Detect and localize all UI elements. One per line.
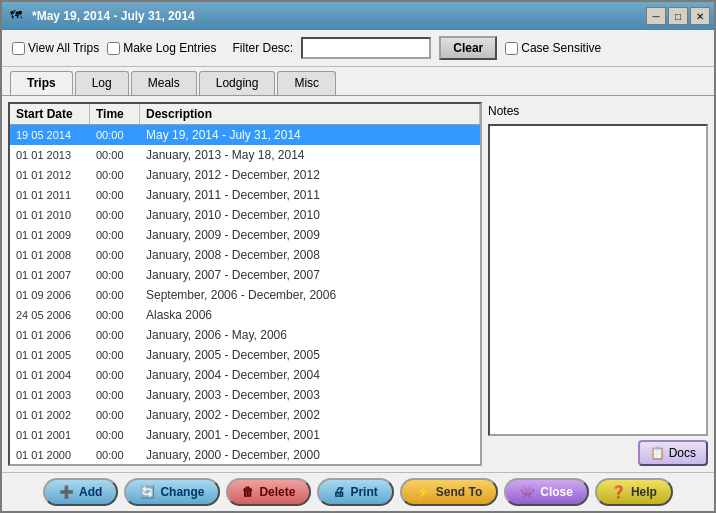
close-label: Close xyxy=(540,485,573,499)
cell-desc: Alaska 2006 xyxy=(140,307,480,323)
main-window: 🗺 *May 19, 2014 - July 31, 2014 ─ □ ✕ Vi… xyxy=(0,0,716,513)
maximize-button[interactable]: □ xyxy=(668,7,688,25)
main-content: Start Date Time Description 19 05 2014 0… xyxy=(2,96,714,472)
cell-desc: January, 2006 - May, 2006 xyxy=(140,327,480,343)
cell-time: 00:00 xyxy=(90,168,140,182)
cell-date: 01 01 2007 xyxy=(10,268,90,282)
sendto-button[interactable]: ⚡ Send To xyxy=(400,478,498,506)
cell-time: 00:00 xyxy=(90,428,140,442)
cell-date: 01 01 2011 xyxy=(10,188,90,202)
view-all-trips-group: View All Trips xyxy=(12,41,99,55)
cell-desc: January, 2008 - December, 2008 xyxy=(140,247,480,263)
table-row[interactable]: 01 01 2012 00:00 January, 2012 - Decembe… xyxy=(10,165,480,185)
table-row[interactable]: 01 01 2001 00:00 January, 2001 - Decembe… xyxy=(10,425,480,445)
trips-table: Start Date Time Description 19 05 2014 0… xyxy=(8,102,482,466)
table-row[interactable]: 01 01 2009 00:00 January, 2009 - Decembe… xyxy=(10,225,480,245)
cell-time: 00:00 xyxy=(90,148,140,162)
delete-icon: 🗑 xyxy=(242,485,254,499)
table-row[interactable]: 01 01 2002 00:00 January, 2002 - Decembe… xyxy=(10,405,480,425)
title-buttons: ─ □ ✕ xyxy=(646,7,710,25)
cell-date: 01 01 2005 xyxy=(10,348,90,362)
add-label: Add xyxy=(79,485,102,499)
cell-desc: January, 2009 - December, 2009 xyxy=(140,227,480,243)
cell-date: 01 01 2001 xyxy=(10,428,90,442)
case-sensitive-checkbox[interactable] xyxy=(505,42,518,55)
cell-date: 01 01 2003 xyxy=(10,388,90,402)
table-row[interactable]: 01 09 2006 00:00 September, 2006 - Decem… xyxy=(10,285,480,305)
app-icon: 🗺 xyxy=(10,8,26,24)
view-all-trips-label: View All Trips xyxy=(28,41,99,55)
notes-panel: Notes 📋 Docs xyxy=(488,102,708,466)
cell-time: 00:00 xyxy=(90,328,140,342)
cell-desc: January, 2013 - May 18, 2014 xyxy=(140,147,480,163)
tab-log[interactable]: Log xyxy=(75,71,129,95)
delete-button[interactable]: 🗑 Delete xyxy=(226,478,311,506)
help-button[interactable]: ❓ Help xyxy=(595,478,673,506)
table-header: Start Date Time Description xyxy=(10,104,480,125)
docs-button[interactable]: 📋 Docs xyxy=(638,440,708,466)
filter-desc-label: Filter Desc: xyxy=(233,41,294,55)
make-log-checkbox[interactable] xyxy=(107,42,120,55)
clear-button[interactable]: Clear xyxy=(439,36,497,60)
view-all-trips-checkbox[interactable] xyxy=(12,42,25,55)
cell-date: 01 01 2006 xyxy=(10,328,90,342)
help-label: Help xyxy=(631,485,657,499)
minimize-button[interactable]: ─ xyxy=(646,7,666,25)
tab-trips[interactable]: Trips xyxy=(10,71,73,95)
tab-misc[interactable]: Misc xyxy=(277,71,336,95)
cell-date: 19 05 2014 xyxy=(10,128,90,142)
cell-date: 01 01 2010 xyxy=(10,208,90,222)
case-sensitive-label: Case Sensitive xyxy=(521,41,601,55)
cell-date: 01 09 2006 xyxy=(10,288,90,302)
table-row[interactable]: 01 01 2007 00:00 January, 2007 - Decembe… xyxy=(10,265,480,285)
table-row[interactable]: 19 05 2014 00:00 May 19, 2014 - July 31,… xyxy=(10,125,480,145)
close-button[interactable]: 👾 Close xyxy=(504,478,589,506)
cell-date: 01 01 2002 xyxy=(10,408,90,422)
window-close-button[interactable]: ✕ xyxy=(690,7,710,25)
change-label: Change xyxy=(160,485,204,499)
cell-date: 01 01 2012 xyxy=(10,168,90,182)
sendto-icon: ⚡ xyxy=(416,485,431,499)
table-row[interactable]: 24 05 2006 00:00 Alaska 2006 xyxy=(10,305,480,325)
cell-time: 00:00 xyxy=(90,408,140,422)
notes-textarea[interactable] xyxy=(488,124,708,436)
change-button[interactable]: 🔄 Change xyxy=(124,478,220,506)
cell-time: 00:00 xyxy=(90,448,140,462)
cell-desc: September, 2006 - December, 2006 xyxy=(140,287,480,303)
change-icon: 🔄 xyxy=(140,485,155,499)
table-row[interactable]: 01 01 2000 00:00 January, 2000 - Decembe… xyxy=(10,445,480,464)
cell-time: 00:00 xyxy=(90,268,140,282)
cell-time: 00:00 xyxy=(90,128,140,142)
col-header-date: Start Date xyxy=(10,104,90,124)
table-row[interactable]: 01 01 2006 00:00 January, 2006 - May, 20… xyxy=(10,325,480,345)
table-row[interactable]: 01 01 2004 00:00 January, 2004 - Decembe… xyxy=(10,365,480,385)
cell-date: 01 01 2008 xyxy=(10,248,90,262)
table-row[interactable]: 01 01 2008 00:00 January, 2008 - Decembe… xyxy=(10,245,480,265)
docs-icon: 📋 xyxy=(650,446,665,460)
docs-label: Docs xyxy=(669,446,696,460)
cell-desc: January, 2007 - December, 2007 xyxy=(140,267,480,283)
cell-time: 00:00 xyxy=(90,228,140,242)
cell-date: 01 01 2004 xyxy=(10,368,90,382)
tab-meals[interactable]: Meals xyxy=(131,71,197,95)
col-header-desc: Description xyxy=(140,104,480,124)
cell-time: 00:00 xyxy=(90,388,140,402)
table-body: 19 05 2014 00:00 May 19, 2014 - July 31,… xyxy=(10,125,480,464)
cell-desc: January, 2012 - December, 2012 xyxy=(140,167,480,183)
cell-desc: January, 2010 - December, 2010 xyxy=(140,207,480,223)
print-button[interactable]: 🖨 Print xyxy=(317,478,393,506)
cell-time: 00:00 xyxy=(90,308,140,322)
tab-lodging[interactable]: Lodging xyxy=(199,71,276,95)
table-row[interactable]: 01 01 2005 00:00 January, 2005 - Decembe… xyxy=(10,345,480,365)
cell-date: 01 01 2000 xyxy=(10,448,90,462)
table-row[interactable]: 01 01 2013 00:00 January, 2013 - May 18,… xyxy=(10,145,480,165)
cell-time: 00:00 xyxy=(90,248,140,262)
table-row[interactable]: 01 01 2010 00:00 January, 2010 - Decembe… xyxy=(10,205,480,225)
add-button[interactable]: ➕ Add xyxy=(43,478,118,506)
table-row[interactable]: 01 01 2011 00:00 January, 2011 - Decembe… xyxy=(10,185,480,205)
table-row[interactable]: 01 01 2003 00:00 January, 2003 - Decembe… xyxy=(10,385,480,405)
cell-time: 00:00 xyxy=(90,368,140,382)
cell-desc: January, 2005 - December, 2005 xyxy=(140,347,480,363)
filter-input[interactable] xyxy=(301,37,431,59)
make-log-group: Make Log Entries xyxy=(107,41,216,55)
